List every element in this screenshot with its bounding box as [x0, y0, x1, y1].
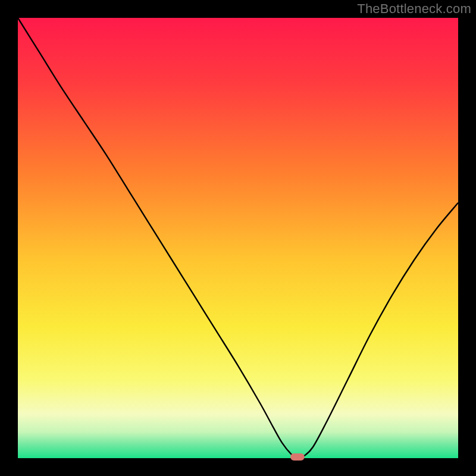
chart-svg: [0, 0, 476, 476]
optimal-point-marker: [290, 453, 305, 461]
chart-background: [18, 18, 458, 458]
bottleneck-chart: [0, 0, 476, 476]
watermark-text: TheBottleneck.com: [357, 1, 471, 17]
